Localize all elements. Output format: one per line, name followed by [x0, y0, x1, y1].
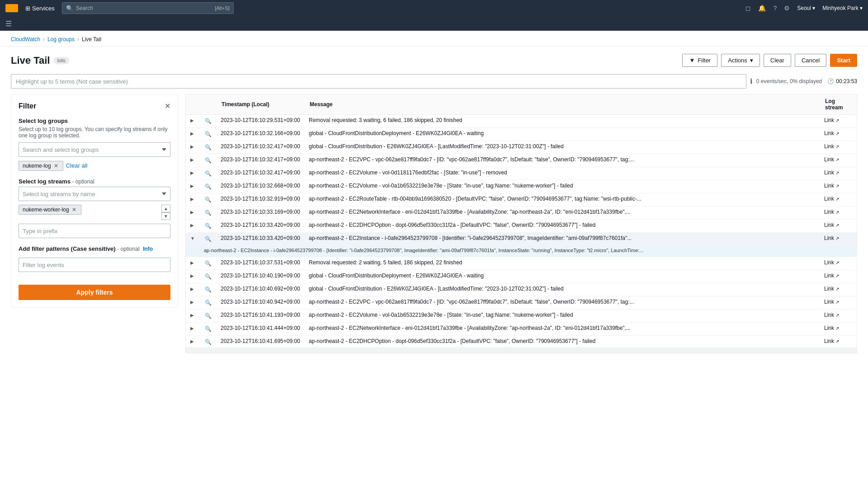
apply-filters-button[interactable]: Apply filters — [19, 285, 170, 300]
log-stream-link[interactable]: Link ↗ — [821, 283, 857, 296]
highlight-input[interactable] — [11, 74, 746, 89]
external-link-icon: ↗ — [835, 183, 839, 188]
search-row-button[interactable]: 🔍 — [203, 209, 213, 217]
expand-button[interactable]: ▶ — [189, 143, 195, 150]
log-groups-dropdown[interactable]: Search and select log groups — [19, 142, 170, 157]
scroll-up-button[interactable]: ▲ — [161, 205, 170, 212]
search-cell: 🔍 — [199, 167, 217, 180]
message-cell: ap-northeast-2 - EC2Instance - i-0afe296… — [305, 233, 821, 246]
log-streams-dropdown[interactable]: Select log streams by name — [19, 187, 170, 201]
help-icon[interactable]: ? — [773, 5, 777, 12]
prefix-input[interactable] — [19, 224, 170, 238]
filter-patterns-info-link[interactable]: Info — [143, 246, 153, 252]
user-menu[interactable]: Minhyeok Park ▾ — [822, 5, 863, 11]
message-cell: Removal requested: 2 waiting, 5 failed, … — [305, 257, 821, 270]
log-stream-link[interactable]: Link ↗ — [821, 336, 857, 348]
external-link-icon: ↗ — [835, 157, 839, 162]
expand-button[interactable]: ▶ — [189, 196, 195, 202]
search-row-button[interactable]: 🔍 — [203, 117, 213, 125]
search-row-button[interactable]: 🔍 — [203, 169, 213, 178]
cloud-icon[interactable]: ◻ — [745, 5, 751, 12]
search-row-button[interactable]: 🔍 — [203, 325, 213, 333]
services-button[interactable]: ⊞ Services — [22, 3, 58, 14]
search-input[interactable] — [76, 5, 212, 11]
search-row-button[interactable]: 🔍 — [203, 259, 213, 267]
table-row: ▶ 🔍 2023-10-12T16:10:33.169+09:00 ap-nor… — [186, 206, 857, 220]
search-row-button[interactable]: 🔍 — [203, 143, 213, 151]
search-row-button[interactable]: 🔍 — [203, 222, 213, 230]
filter-icon: ▼ — [689, 57, 695, 64]
search-cell: 🔍 — [199, 206, 217, 220]
highlight-info-icon[interactable]: ℹ — [750, 77, 753, 85]
cancel-button[interactable]: Cancel — [795, 54, 826, 67]
expand-button[interactable]: ▶ — [189, 272, 195, 279]
log-table-body: ▶ 🔍 2023-10-12T16:10:29.531+09:00 Remova… — [186, 115, 857, 348]
search-row-button[interactable]: 🔍 — [203, 235, 213, 243]
actions-button[interactable]: Actions ▾ — [721, 54, 760, 67]
bell-icon[interactable]: 🔔 — [758, 5, 766, 12]
expand-button[interactable]: ▶ — [189, 130, 195, 137]
expand-cell: ▶ — [186, 180, 199, 193]
region-selector[interactable]: Seoul ▾ — [797, 5, 815, 11]
log-stream-link[interactable]: Link ↗ — [821, 296, 857, 310]
info-badge[interactable]: Info — [53, 57, 69, 64]
filter-button[interactable]: ▼ Filter — [682, 54, 717, 67]
log-stream-link[interactable]: Link ↗ — [821, 310, 857, 323]
clear-all-button[interactable]: Clear all — [66, 160, 88, 171]
log-stream-link[interactable]: Link ↗ — [821, 233, 857, 246]
message-cell: ap-northeast-2 - EC2Volume - vol-0a1b653… — [305, 310, 821, 323]
log-stream-link[interactable]: Link ↗ — [821, 193, 857, 206]
search-cell: 🔍 — [199, 128, 217, 141]
clear-button[interactable]: Clear — [764, 54, 791, 67]
log-stream-link[interactable]: Link ↗ — [821, 115, 857, 128]
scroll-down-button[interactable]: ▼ — [161, 212, 170, 220]
expand-button[interactable]: ▼ — [189, 235, 196, 242]
log-stream-link[interactable]: Link ↗ — [821, 206, 857, 220]
search-row-button[interactable]: 🔍 — [203, 272, 213, 281]
timer-value: 00:23:53 — [836, 78, 857, 84]
hamburger-menu[interactable]: ☰ — [5, 19, 12, 28]
search-cell: 🔍 — [199, 154, 217, 167]
expand-button[interactable]: ▶ — [189, 156, 195, 163]
expand-button[interactable]: ▶ — [189, 169, 195, 176]
search-bar[interactable]: 🔍 [Alt+S] — [62, 2, 234, 14]
log-streams-tags-list: nukeme-worker-log ✕ — [19, 205, 160, 215]
log-stream-link[interactable]: Link ↗ — [821, 141, 857, 154]
search-row-button[interactable]: 🔍 — [203, 183, 213, 191]
search-row-button[interactable]: 🔍 — [203, 196, 213, 204]
expand-button[interactable]: ▶ — [189, 325, 195, 332]
filter-close-button[interactable]: ✕ — [165, 102, 170, 110]
search-row-button[interactable]: 🔍 — [203, 312, 213, 320]
start-button[interactable]: Start — [830, 54, 857, 67]
log-stream-link[interactable]: Link ↗ — [821, 257, 857, 270]
expand-button[interactable]: ▶ — [189, 338, 195, 345]
expand-button[interactable]: ▶ — [189, 222, 195, 229]
expand-button[interactable]: ▶ — [189, 117, 195, 124]
expand-button[interactable]: ▶ — [189, 299, 195, 305]
settings-icon[interactable]: ⚙ — [784, 5, 790, 12]
expand-button[interactable]: ▶ — [189, 259, 195, 266]
horizontal-scrollbar[interactable] — [186, 347, 857, 353]
log-stream-link[interactable]: Link ↗ — [821, 220, 857, 233]
log-stream-link[interactable]: Link ↗ — [821, 154, 857, 167]
search-row-button[interactable]: 🔍 — [203, 156, 213, 164]
log-stream-link[interactable]: Link ↗ — [821, 180, 857, 193]
log-stream-link[interactable]: Link ↗ — [821, 128, 857, 141]
breadcrumb-log-groups[interactable]: Log groups — [47, 36, 75, 42]
log-stream-link[interactable]: Link ↗ — [821, 323, 857, 336]
search-row-button[interactable]: 🔍 — [203, 338, 213, 346]
search-row-button[interactable]: 🔍 — [203, 130, 213, 138]
expand-button[interactable]: ▶ — [189, 312, 195, 319]
search-row-button[interactable]: 🔍 — [203, 299, 213, 307]
filter-events-input[interactable] — [19, 258, 170, 272]
expand-button[interactable]: ▶ — [189, 209, 195, 216]
log-stream-link[interactable]: Link ↗ — [821, 270, 857, 283]
expand-button[interactable]: ▶ — [189, 286, 195, 292]
log-scroll-area[interactable]: Timestamp (Local) Message Log stream ▶ 🔍… — [186, 94, 857, 347]
expand-button[interactable]: ▶ — [189, 183, 195, 189]
breadcrumb-cloudwatch[interactable]: CloudWatch — [11, 36, 40, 42]
remove-stream-tag-button[interactable]: ✕ — [71, 206, 77, 213]
log-stream-link[interactable]: Link ↗ — [821, 167, 857, 180]
remove-log-group-tag-button[interactable]: ✕ — [53, 163, 59, 169]
search-row-button[interactable]: 🔍 — [203, 286, 213, 294]
